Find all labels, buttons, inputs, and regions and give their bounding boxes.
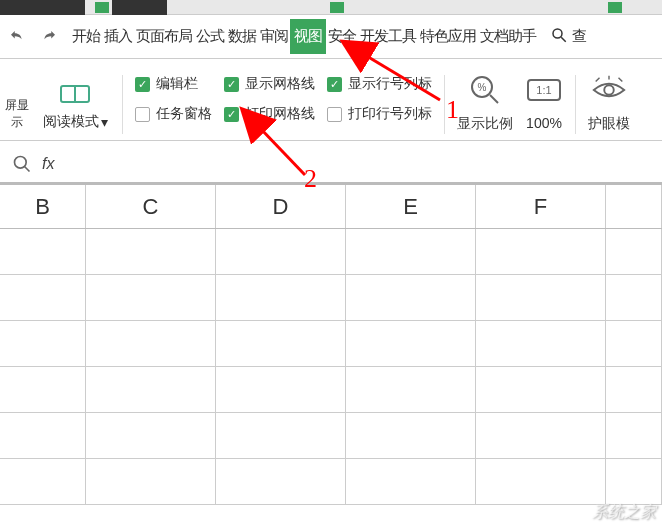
cell[interactable]: [216, 367, 346, 413]
fx-label[interactable]: fx: [42, 155, 54, 173]
cell[interactable]: [216, 459, 346, 505]
eye-protection-button[interactable]: 护眼模: [582, 69, 636, 140]
cell[interactable]: [476, 367, 606, 413]
show-row-col-headers-checkbox[interactable]: 显示行号列标: [327, 75, 432, 93]
column-header-B[interactable]: B: [0, 185, 86, 228]
tab-doc-helper[interactable]: 文档助手: [478, 19, 538, 54]
cell[interactable]: [0, 321, 86, 367]
cell[interactable]: [346, 321, 476, 367]
column-header-G[interactable]: [606, 185, 662, 228]
cell[interactable]: [86, 367, 216, 413]
cell[interactable]: [346, 413, 476, 459]
svg-line-5: [490, 95, 498, 103]
cell[interactable]: [606, 367, 662, 413]
formula-bar: fx: [0, 145, 662, 185]
cell[interactable]: [0, 229, 86, 275]
name-box-icon[interactable]: [10, 152, 34, 176]
tab-security[interactable]: 安全: [326, 19, 358, 54]
svg-point-13: [15, 156, 27, 168]
cell[interactable]: [0, 275, 86, 321]
cell[interactable]: [606, 321, 662, 367]
tab-start[interactable]: 开始: [70, 19, 102, 54]
cell[interactable]: [346, 229, 476, 275]
cell[interactable]: [606, 275, 662, 321]
ribbon-separator: [122, 75, 123, 134]
search-button[interactable]: 查: [550, 26, 587, 47]
zoom-100-button[interactable]: 1:1 100%: [519, 69, 569, 140]
cell[interactable]: [216, 321, 346, 367]
cell[interactable]: [476, 413, 606, 459]
cell[interactable]: [346, 275, 476, 321]
cell[interactable]: [216, 229, 346, 275]
reading-mode-button[interactable]: 阅读模式 ▾: [34, 69, 116, 140]
tab-data[interactable]: 数据: [226, 19, 258, 54]
cell[interactable]: [606, 413, 662, 459]
cell[interactable]: [476, 321, 606, 367]
svg-text:%: %: [478, 82, 487, 93]
tab-review[interactable]: 审阅: [258, 19, 290, 54]
cell[interactable]: [86, 275, 216, 321]
cell[interactable]: [606, 459, 662, 505]
tab-special[interactable]: 特色应用: [418, 19, 478, 54]
cell[interactable]: [346, 367, 476, 413]
ribbon-separator: [575, 75, 576, 134]
checkbox-label: 打印网格线: [245, 105, 315, 123]
svg-line-14: [25, 166, 30, 171]
cell[interactable]: [86, 321, 216, 367]
edit-bar-checkbox[interactable]: 编辑栏: [135, 75, 198, 93]
view-options-group: 编辑栏 任务窗格: [129, 69, 218, 140]
svg-text:1:1: 1:1: [536, 84, 551, 96]
checkbox-label: 打印行号列标: [348, 105, 432, 123]
workbook-tab-indicator[interactable]: [330, 2, 344, 13]
redo-icon[interactable]: [40, 28, 58, 46]
formula-input[interactable]: [62, 149, 662, 179]
checkbox-unchecked-icon: [135, 107, 150, 122]
column-header-D[interactable]: D: [216, 185, 346, 228]
svg-point-9: [604, 85, 614, 95]
tab-page-layout[interactable]: 页面布局: [134, 19, 194, 54]
task-pane-checkbox[interactable]: 任务窗格: [135, 105, 212, 123]
cell[interactable]: [476, 459, 606, 505]
ribbon-tab-group: 开始 插入 页面布局 公式 数据 审阅 视图 安全 开发工具 特色应用 文档助手: [70, 19, 538, 54]
column-headers-row: B C D E F: [0, 185, 662, 229]
cell[interactable]: [606, 229, 662, 275]
checkbox-label: 编辑栏: [156, 75, 198, 93]
checkbox-checked-icon: [327, 77, 342, 92]
column-header-F[interactable]: F: [476, 185, 606, 228]
zoom-ratio-button[interactable]: % 显示比例: [451, 69, 519, 140]
cell[interactable]: [0, 459, 86, 505]
cell[interactable]: [216, 275, 346, 321]
print-gridlines-checkbox[interactable]: 打印网格线: [224, 105, 315, 123]
print-row-col-headers-checkbox[interactable]: 打印行号列标: [327, 105, 432, 123]
svg-line-1: [561, 37, 566, 42]
cell[interactable]: [346, 459, 476, 505]
spreadsheet-grid: B C D E F: [0, 185, 662, 505]
tab-view[interactable]: 视图: [290, 19, 326, 54]
reading-mode-icon: [60, 82, 90, 109]
workbook-tab-indicator[interactable]: [608, 2, 622, 13]
svg-point-0: [553, 29, 562, 38]
undo-redo-group: [2, 28, 70, 46]
fullscreen-display-button[interactable]: 屏显示: [0, 69, 34, 140]
cell[interactable]: [476, 229, 606, 275]
undo-icon[interactable]: [8, 28, 26, 46]
show-gridlines-checkbox[interactable]: 显示网格线: [224, 75, 315, 93]
cell[interactable]: [86, 413, 216, 459]
tab-insert[interactable]: 插入: [102, 19, 134, 54]
checkbox-checked-icon: [224, 107, 239, 122]
tab-formula[interactable]: 公式: [194, 19, 226, 54]
cell[interactable]: [216, 413, 346, 459]
cell[interactable]: [86, 229, 216, 275]
column-header-C[interactable]: C: [86, 185, 216, 228]
workbook-tab-indicator[interactable]: [95, 2, 109, 13]
title-bar-dark-segment: [0, 0, 85, 15]
cell[interactable]: [0, 367, 86, 413]
cell[interactable]: [0, 413, 86, 459]
cell[interactable]: [86, 459, 216, 505]
tab-dev-tools[interactable]: 开发工具: [358, 19, 418, 54]
fullscreen-label: 屏显示: [5, 98, 29, 129]
column-header-E[interactable]: E: [346, 185, 476, 228]
checkbox-label: 显示行号列标: [348, 75, 432, 93]
chevron-down-icon: ▾: [101, 114, 108, 130]
cell[interactable]: [476, 275, 606, 321]
